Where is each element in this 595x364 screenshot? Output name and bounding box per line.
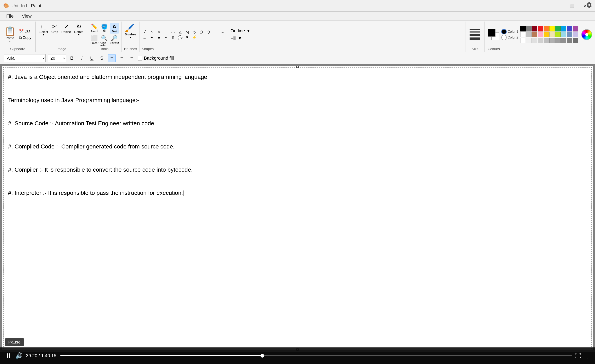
shape-callout-oval[interactable]: 💬 [177, 35, 183, 40]
swatch-purple[interactable] [573, 26, 578, 31]
swatch-lime[interactable] [555, 32, 560, 37]
size-1[interactable] [470, 29, 480, 30]
swatch-w3[interactable] [532, 38, 537, 43]
eraser-button[interactable]: ⬜ Eraser [90, 34, 99, 47]
swatch-w5[interactable] [544, 38, 549, 43]
shapes-outline-button[interactable]: Outline ▼ [229, 28, 253, 34]
shape-more[interactable]: ⋯ [219, 30, 226, 34]
swatch-cream[interactable] [549, 32, 555, 37]
swatch-gray[interactable] [526, 26, 531, 31]
swatch-black[interactable] [520, 26, 526, 31]
shape-rect[interactable]: □ [163, 30, 169, 34]
swatch-pink[interactable] [538, 32, 543, 37]
swatch-steel-blue[interactable] [567, 32, 572, 37]
bold-button[interactable]: B [68, 54, 76, 62]
text-button[interactable]: A Text [110, 23, 119, 34]
background-fill-checkbox[interactable] [138, 56, 142, 61]
size-2[interactable] [470, 31, 480, 33]
swatch-green[interactable] [555, 26, 560, 31]
strikethrough-button[interactable]: S [98, 54, 106, 62]
minimize-button[interactable]: — [552, 2, 565, 10]
swatch-w9[interactable] [567, 38, 572, 43]
swatch-yellow[interactable] [549, 26, 555, 31]
handle-top[interactable] [297, 66, 298, 68]
rotate-button[interactable]: ↻ Rotate ▼ [73, 23, 85, 36]
resize-button[interactable]: ⤢ Resize [60, 23, 72, 34]
shape-arrow-r[interactable]: → [212, 30, 219, 34]
shape-oval[interactable]: ○ [156, 30, 162, 34]
menu-view[interactable]: View [18, 12, 35, 20]
swatch-w7[interactable] [555, 38, 560, 43]
color1-circle[interactable] [501, 29, 507, 34]
color-fg-box[interactable] [488, 29, 496, 37]
shape-star6[interactable]: ✶ [163, 35, 169, 40]
font-size-select[interactable]: 20 12 14 16 18 24 28 32 [48, 54, 66, 62]
shape-pentagon[interactable]: ⬠ [198, 30, 205, 34]
color-edit-button[interactable] [581, 29, 592, 40]
crop-button[interactable]: ✂ Crop [50, 23, 59, 34]
swatch-lavender[interactable] [573, 32, 578, 37]
shape-star5[interactable]: ★ [156, 35, 162, 40]
swatch-w4[interactable] [538, 38, 543, 43]
settings-icon[interactable] [586, 2, 592, 9]
italic-button[interactable]: I [78, 54, 86, 62]
shape-triangle[interactable]: △ [177, 30, 183, 34]
progress-handle[interactable] [260, 354, 264, 357]
swatch-brown[interactable] [532, 32, 537, 37]
brush-main-button[interactable]: 🖌️ Brushes ▼ [124, 23, 137, 39]
swatch-w6[interactable] [549, 38, 555, 43]
cut-button[interactable]: ✂️ Cut [18, 28, 33, 34]
settings-video-button[interactable]: ⋮ [584, 352, 590, 359]
paint-canvas[interactable]: #. Java is a Object oriented and platfor… [2, 66, 593, 350]
swatch-w1[interactable] [520, 38, 526, 43]
color2-circle[interactable] [501, 35, 507, 40]
menu-file[interactable]: File [2, 12, 17, 20]
shape-rtriangle[interactable]: ◹ [184, 30, 190, 34]
fill-button[interactable]: 🪣 Fill [100, 23, 109, 34]
swatch-white[interactable] [520, 32, 526, 37]
handle-right[interactable] [591, 207, 593, 209]
maximize-button[interactable]: ⬜ [565, 2, 578, 10]
background-fill-label[interactable]: Background fill [138, 55, 174, 61]
volume-button[interactable]: 🔊 [15, 353, 23, 359]
handle-left[interactable] [2, 207, 4, 209]
swatch-w8[interactable] [561, 38, 567, 43]
font-select[interactable]: Arial Times New Roman Courier New [4, 54, 46, 62]
shape-diamond[interactable]: ◇ [191, 30, 197, 34]
underline-button[interactable]: U [88, 54, 96, 62]
swatch-orange[interactable] [544, 26, 549, 31]
color-picker-button[interactable]: 🔍 Color picker [100, 34, 109, 47]
swatch-cyan[interactable] [561, 26, 567, 31]
swatch-blue[interactable] [567, 26, 572, 31]
align-right-button[interactable]: ≡ [128, 54, 135, 62]
shape-curve[interactable]: ∿ [149, 30, 155, 34]
shape-heart[interactable]: ♥ [184, 35, 190, 40]
align-left-button[interactable]: ≡ [108, 54, 116, 62]
shape-rounded-rect[interactable]: ▭ [170, 30, 176, 34]
select-button[interactable]: ⬚ Select ▼ [38, 23, 49, 36]
shape-star4[interactable]: ✦ [149, 35, 155, 40]
size-4[interactable] [470, 37, 480, 40]
shape-lightning[interactable]: ⚡ [191, 35, 197, 40]
shapes-fill-button[interactable]: Fill ▼ [229, 35, 253, 41]
swatch-w2[interactable] [526, 38, 531, 43]
paste-button[interactable]: 📋 Paste ▼ [3, 25, 17, 44]
align-center-button[interactable]: ≡ [118, 54, 126, 62]
fullscreen-button[interactable]: ⛶ [575, 352, 581, 359]
swatch-w10[interactable] [573, 38, 578, 43]
magnifier-button[interactable]: 🔎 Magnifier [110, 34, 119, 47]
shape-callout-rect[interactable]: ▯ [170, 35, 176, 40]
pencil-button[interactable]: ✏️ Pencil [90, 23, 99, 34]
shape-parallelogram[interactable]: ▱ [142, 35, 148, 40]
copy-button[interactable]: ⧉ Copy [18, 35, 33, 40]
swatch-light-gray[interactable] [526, 32, 531, 37]
play-pause-button[interactable]: ⏸ [5, 352, 12, 359]
swatch-red[interactable] [538, 26, 543, 31]
size-3[interactable] [470, 34, 480, 36]
swatch-gold[interactable] [544, 32, 549, 37]
progress-bar[interactable] [60, 355, 572, 356]
swatch-light-blue[interactable] [561, 32, 567, 37]
swatch-dark-red[interactable] [532, 26, 537, 31]
shape-line[interactable]: ╱ [142, 30, 148, 34]
shape-hexagon[interactable]: ⬡ [205, 30, 212, 34]
